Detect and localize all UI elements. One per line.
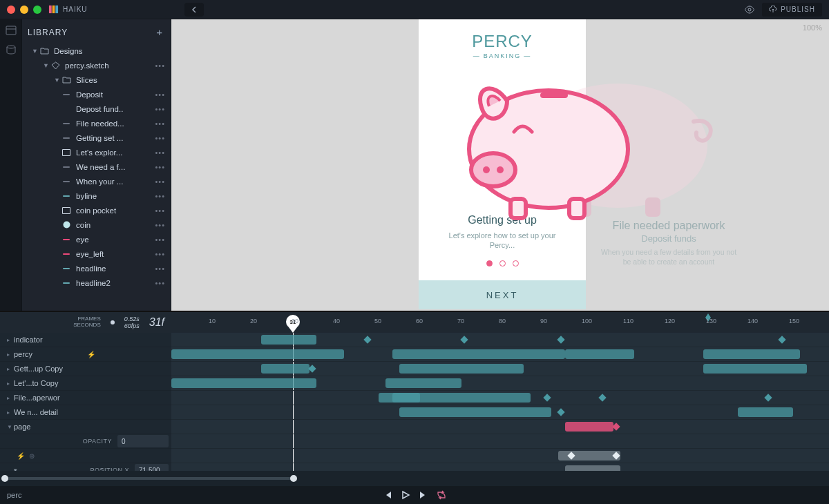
property-row[interactable]: ▾POSITION X71.500 xyxy=(0,463,171,471)
scrubber-start[interactable] xyxy=(1,475,8,482)
tree-item[interactable]: eye_left••• xyxy=(22,246,171,261)
tree-folder-slices[interactable]: ▼ Slices xyxy=(22,72,171,87)
scrubber-end[interactable] xyxy=(290,475,297,482)
track-lanes[interactable] xyxy=(171,333,829,471)
tween-segment[interactable] xyxy=(171,378,316,388)
tween-segment[interactable] xyxy=(565,465,620,471)
more-icon[interactable]: ••• xyxy=(155,177,165,186)
maximize-window[interactable] xyxy=(33,6,41,14)
artboard[interactable]: PERCY BANKING xyxy=(419,19,586,309)
tree-item[interactable]: Deposit••• xyxy=(22,87,171,101)
timeline-ruler[interactable]: 31 102030405060708090100110120130140150 xyxy=(171,312,829,333)
keyframe[interactable] xyxy=(543,394,551,401)
timeline-lane[interactable] xyxy=(171,333,829,347)
publish-button[interactable]: PUBLISH xyxy=(762,3,822,17)
skip-forward-icon[interactable] xyxy=(419,490,428,500)
minimize-window[interactable] xyxy=(20,6,28,14)
tree-item[interactable]: coin••• xyxy=(22,217,171,232)
more-icon[interactable]: ••• xyxy=(155,134,165,142)
states-tab-icon[interactable] xyxy=(6,44,17,55)
track-row[interactable]: ▸Let'...to Copy xyxy=(0,376,171,391)
keyframe[interactable] xyxy=(557,336,564,343)
track-row[interactable]: ▸indicator xyxy=(0,333,171,347)
keyframe[interactable] xyxy=(598,394,606,401)
property-row[interactable]: OPACITY0 xyxy=(0,434,171,449)
tree-item[interactable]: coin pocket••• xyxy=(22,203,171,217)
timeline-lane[interactable] xyxy=(171,463,829,471)
tree-folder-designs[interactable]: ▼ Designs xyxy=(22,43,171,58)
tween-segment[interactable] xyxy=(392,349,565,359)
tween-segment[interactable] xyxy=(738,407,793,417)
scrubber-track[interactable] xyxy=(4,477,294,480)
tween-segment[interactable] xyxy=(399,407,551,417)
tree-item[interactable]: eye••• xyxy=(22,232,171,246)
tween-segment[interactable] xyxy=(565,349,634,359)
tween-segment[interactable] xyxy=(261,364,309,374)
tween-segment[interactable] xyxy=(399,364,524,374)
more-icon[interactable]: ••• xyxy=(155,221,165,229)
keyframe[interactable] xyxy=(557,408,564,416)
keyframe[interactable] xyxy=(764,394,772,401)
track-row[interactable]: ▸File...aperwor xyxy=(0,391,171,405)
prop-value[interactable]: 71.500 xyxy=(135,464,169,471)
library-tab-icon[interactable] xyxy=(6,25,17,36)
more-icon[interactable]: ••• xyxy=(155,279,165,287)
keyframe[interactable] xyxy=(460,336,468,343)
timeline-lane[interactable] xyxy=(171,449,829,463)
more-icon[interactable]: ••• xyxy=(155,264,165,273)
timeline-lane[interactable] xyxy=(171,405,829,420)
tween-segment[interactable] xyxy=(565,422,613,432)
bolt-icon[interactable]: ⚡ xyxy=(17,452,25,460)
timeline-lane[interactable] xyxy=(171,347,829,362)
timeline-lane[interactable] xyxy=(171,434,829,449)
track-row[interactable]: ▼page xyxy=(0,420,171,434)
page-dot-2[interactable] xyxy=(499,260,506,266)
timeline-lane[interactable] xyxy=(171,391,829,405)
add-button[interactable]: + xyxy=(156,26,162,38)
tree-item[interactable]: headline2••• xyxy=(22,275,171,290)
tree-item[interactable]: Depost fund..••• xyxy=(22,101,171,116)
more-icon[interactable]: ••• xyxy=(155,105,165,113)
keyframe[interactable] xyxy=(308,365,316,372)
more-icon[interactable]: ••• xyxy=(155,90,165,99)
tween-segment[interactable] xyxy=(261,335,316,345)
more-icon[interactable]: ••• xyxy=(155,163,165,171)
next-button[interactable]: NEXT xyxy=(419,280,586,309)
add-prop-icon[interactable]: ⊕ xyxy=(29,452,35,460)
tree-item[interactable]: byline••• xyxy=(22,188,171,203)
more-icon[interactable]: ••• xyxy=(155,206,165,215)
tree-item[interactable]: File needed...••• xyxy=(22,116,171,130)
tween-segment[interactable] xyxy=(385,378,461,388)
canvas[interactable]: 100% PERCY BANKING xyxy=(171,19,829,311)
timeline-lane[interactable] xyxy=(171,420,829,434)
tree-item[interactable]: Getting set ...••• xyxy=(22,130,171,145)
loop-icon[interactable] xyxy=(437,490,446,500)
timeline-lane[interactable] xyxy=(171,362,829,376)
keyframe[interactable] xyxy=(363,336,371,343)
preview-button[interactable] xyxy=(744,6,755,14)
more-icon[interactable]: ••• xyxy=(155,235,165,244)
keyframe[interactable] xyxy=(778,336,785,343)
more-icon[interactable]: ••• xyxy=(155,250,165,258)
page-dot-1[interactable] xyxy=(486,260,493,266)
back-button[interactable] xyxy=(184,3,204,17)
tree-item[interactable]: Let's explor...••• xyxy=(22,145,171,159)
tween-segment[interactable] xyxy=(171,349,344,359)
more-icon[interactable]: ••• xyxy=(155,192,165,200)
tween-segment[interactable] xyxy=(703,364,807,374)
tree-file-sketch[interactable]: ▼ percy.sketch ••• xyxy=(22,58,171,72)
more-icon[interactable]: ••• xyxy=(155,119,165,128)
more-icon[interactable]: ••• xyxy=(155,61,165,70)
page-dot-3[interactable] xyxy=(513,260,519,266)
tree-item[interactable]: headline••• xyxy=(22,261,171,275)
play-icon[interactable] xyxy=(401,490,410,500)
tween-segment[interactable] xyxy=(392,393,531,403)
track-row[interactable]: ▸percy⚡ xyxy=(0,347,171,362)
tween-segment[interactable] xyxy=(703,349,800,359)
skip-back-icon[interactable] xyxy=(383,490,392,500)
track-row[interactable]: ▸We n... detail xyxy=(0,405,171,420)
prop-value[interactable]: 0 xyxy=(117,435,169,447)
tree-item[interactable]: When your ...••• xyxy=(22,174,171,188)
tree-item[interactable]: We need a f...••• xyxy=(22,159,171,174)
timeline-lane[interactable] xyxy=(171,376,829,391)
